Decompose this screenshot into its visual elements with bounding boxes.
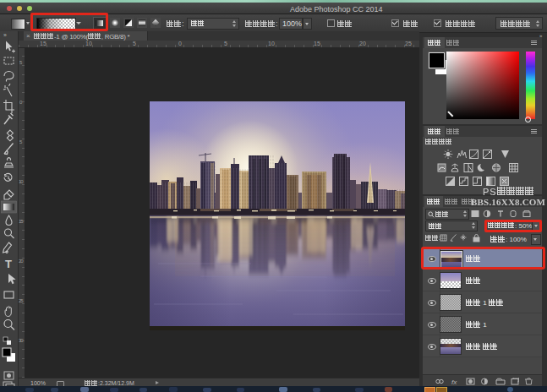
svg-text:fx: fx: [451, 378, 457, 385]
svg-text:T: T: [5, 258, 12, 270]
